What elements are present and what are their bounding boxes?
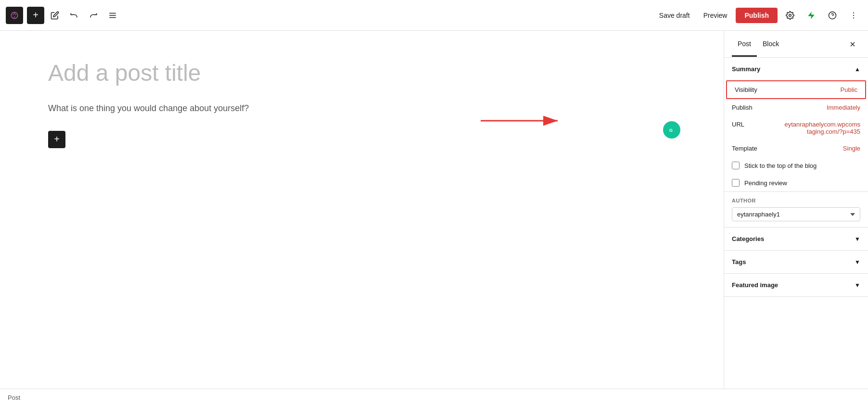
template-value[interactable]: Single bbox=[843, 145, 860, 152]
toolbar: + Save draft bbox=[0, 0, 868, 31]
featured-image-header[interactable]: Featured image ▼ bbox=[724, 274, 868, 296]
svg-point-11 bbox=[853, 17, 854, 18]
pen-icon[interactable] bbox=[46, 7, 64, 24]
categories-section: Categories ▼ bbox=[724, 228, 868, 251]
author-section: AUTHOR eytanraphaely1 bbox=[724, 192, 868, 228]
summary-section: Summary ▲ Visibility Public Publish Imme… bbox=[724, 58, 868, 192]
categories-header[interactable]: Categories ▼ bbox=[724, 228, 868, 250]
stick-to-top-checkbox[interactable] bbox=[732, 162, 740, 169]
publish-value[interactable]: Immediately bbox=[827, 104, 860, 111]
editor-area: Add a post title What is one thing you w… bbox=[0, 31, 724, 389]
settings-icon[interactable] bbox=[781, 7, 799, 24]
svg-marker-6 bbox=[808, 12, 815, 19]
svg-point-9 bbox=[853, 12, 854, 13]
add-block-button[interactable]: + bbox=[48, 131, 65, 148]
pending-review-row: Pending review bbox=[724, 174, 868, 191]
svg-point-10 bbox=[853, 14, 854, 15]
publish-button[interactable]: Publish bbox=[736, 8, 778, 23]
main-area: Add a post title What is one thing you w… bbox=[0, 31, 868, 389]
publish-label: Publish bbox=[732, 104, 753, 111]
publish-row[interactable]: Publish Immediately bbox=[724, 99, 868, 116]
url-label: URL bbox=[732, 121, 744, 128]
template-label: Template bbox=[732, 145, 757, 152]
pending-review-checkbox[interactable] bbox=[732, 179, 740, 187]
featured-image-title: Featured image bbox=[732, 281, 778, 289]
redo-button[interactable] bbox=[85, 7, 102, 24]
template-row[interactable]: Template Single bbox=[724, 140, 868, 157]
help-icon[interactable] bbox=[824, 7, 841, 24]
summary-toggle-icon: ▲ bbox=[855, 66, 860, 73]
categories-title: Categories bbox=[732, 235, 764, 242]
svg-point-1 bbox=[14, 16, 15, 18]
lightning-icon[interactable] bbox=[803, 7, 820, 24]
tags-header[interactable]: Tags ▼ bbox=[724, 251, 868, 273]
visibility-value[interactable]: Public bbox=[841, 86, 857, 93]
post-title-placeholder[interactable]: Add a post title bbox=[48, 60, 676, 86]
author-select[interactable]: eytanraphaely1 bbox=[732, 207, 860, 221]
bottom-bar: Post bbox=[0, 389, 868, 406]
sidebar-header: Post Block bbox=[724, 31, 868, 58]
featured-image-chevron-icon: ▼ bbox=[855, 282, 860, 289]
svg-text:G: G bbox=[669, 128, 673, 133]
summary-title: Summary bbox=[732, 65, 760, 73]
grammarly-editor-button[interactable]: G bbox=[663, 121, 680, 139]
stick-to-top-label[interactable]: Stick to the top of the blog bbox=[744, 162, 817, 169]
save-draft-button[interactable]: Save draft bbox=[654, 9, 695, 22]
svg-point-5 bbox=[789, 14, 791, 16]
author-section-label: AUTHOR bbox=[732, 198, 860, 203]
url-row[interactable]: URL eytanraphaelycom.wpcomstaging.com/?p… bbox=[724, 116, 868, 140]
preview-button[interactable]: Preview bbox=[699, 9, 732, 22]
summary-section-header[interactable]: Summary ▲ bbox=[724, 58, 868, 80]
pending-review-label[interactable]: Pending review bbox=[744, 179, 787, 187]
close-sidebar-button[interactable] bbox=[845, 37, 860, 52]
list-view-button[interactable] bbox=[104, 7, 121, 24]
add-block-toolbar-button[interactable]: + bbox=[27, 7, 44, 24]
more-options-icon[interactable] bbox=[845, 7, 862, 24]
visibility-label: Visibility bbox=[735, 86, 757, 93]
tab-post[interactable]: Post bbox=[732, 32, 757, 57]
post-body-text: What is one thing you would change about… bbox=[48, 102, 676, 115]
visibility-row[interactable]: Visibility Public bbox=[726, 80, 866, 99]
tags-section: Tags ▼ bbox=[724, 251, 868, 274]
tags-title: Tags bbox=[732, 258, 746, 266]
stick-to-top-row: Stick to the top of the blog bbox=[724, 157, 868, 174]
tab-block[interactable]: Block bbox=[757, 32, 785, 57]
featured-image-section: Featured image ▼ bbox=[724, 274, 868, 297]
toolbar-left: + bbox=[6, 7, 121, 24]
toolbar-right: Save draft Preview Publish bbox=[654, 7, 862, 24]
sidebar: Post Block Summary ▲ Visibility Public P… bbox=[724, 31, 868, 389]
undo-button[interactable] bbox=[65, 7, 83, 24]
categories-chevron-icon: ▼ bbox=[855, 236, 860, 242]
tags-chevron-icon: ▼ bbox=[855, 259, 860, 266]
status-label: Post bbox=[8, 394, 20, 401]
wp-logo bbox=[6, 7, 23, 24]
url-value[interactable]: eytanraphaelycom.wpcomstaging.com/?p=435 bbox=[783, 121, 860, 135]
